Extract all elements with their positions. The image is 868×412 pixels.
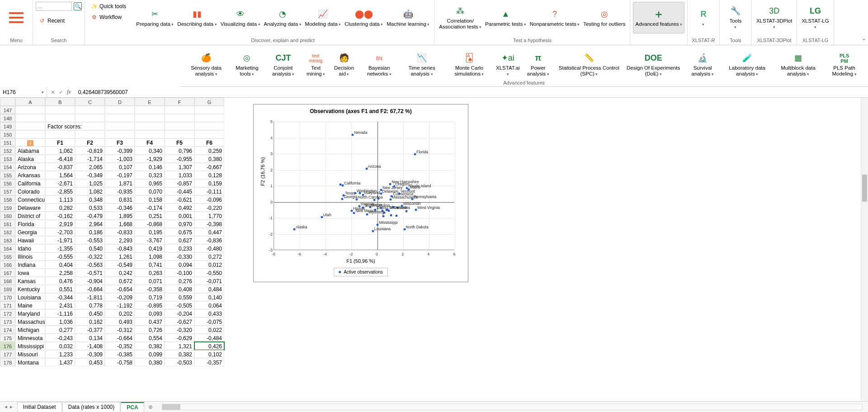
tab-prev-icon[interactable]: ◄ [4,404,8,409]
conjoint-button[interactable]: CJTConjoint analysis [264,47,302,82]
plot3d-group: 3DXLSTAT-3DPlot XLSTAT-3DPlot [752,0,797,45]
spc-button[interactable]: 📏Statistical Process Control (SPC) [555,47,623,82]
tab-data-rates[interactable]: Data (rates x 1000) [62,402,121,412]
decision-icon: 🧑 [338,52,350,64]
tab-next-icon[interactable]: ► [9,404,14,409]
monte-carlo-button[interactable]: 🂡Monte Carlo simulations [444,47,495,82]
search-group-label: Search [51,37,67,44]
cancel-icon[interactable]: ✕ [51,89,55,95]
correlation-button[interactable]: ⁂Correlation/ Association tests [437,2,483,33]
ml-icon: 🤖 [402,9,414,20]
clustering-data-button[interactable]: ⬤⬤Clustering data [343,2,385,33]
ai-icon: ✦ai [502,52,514,64]
nonparametric-button[interactable]: ?Nonparametric tests [528,2,581,33]
bayesian-button[interactable]: BNBayesian networks [359,47,400,82]
outliers-button[interactable]: ◎Testing for outliers [581,2,627,33]
discover-group: ✂Preparing data ▮▮Describing data 👁Visua… [132,0,434,45]
analyze-icon: ◔ [277,9,288,20]
name-box[interactable]: H176 ▾ [0,87,47,97]
blocks-icon: ▦ [792,52,804,64]
r-icon: R [698,9,709,20]
recent-button[interactable]: ↺ Recent [36,16,67,25]
tab-nav: ◄ ► [0,404,17,409]
analyzing-data-button[interactable]: ◔Analyzing data [262,2,303,33]
describing-data-button[interactable]: ▮▮Describing data [175,2,218,33]
text-mining-button[interactable]: textminingText mining [302,47,330,82]
multiblock-button[interactable]: ▦Multiblock data analysis [773,47,823,82]
machine-learning-button[interactable]: 🤖Machine learning [385,2,431,33]
recent-icon: ↺ [38,17,46,24]
xlstat-r-button[interactable]: R [690,2,717,33]
formula-bar: H176 ▾ ✕ ✓ fx 0,426408739560007 [0,87,868,98]
ribbon2-label: Advanced features [503,80,545,85]
menu-label: Menu [10,37,23,44]
plus-icon: ＋ [653,9,665,20]
modeling-data-button[interactable]: 📈Modeling data [303,2,343,33]
search-group: 🔍 ↺ Recent Search [33,0,85,45]
describe-icon: ▮▮ [191,9,203,20]
cjt-icon: CJT [277,52,289,64]
horizontal-scrollbar[interactable] [162,404,863,410]
legend-marker-icon [339,271,341,273]
chart-pca-scatter[interactable]: Observations (axes F1 and F2: 67,72 %) F… [253,104,468,282]
tab-initial-dataset[interactable]: Initial Dataset [17,402,62,412]
pls-icon: PLSPM [839,52,850,64]
quick-group: ✨ Quick tools ⚙ Workflow [85,0,132,45]
preparing-data-button[interactable]: ✂Preparing data [134,2,175,33]
add-tab-icon[interactable]: ⊕ [145,403,156,411]
model-icon: 📈 [317,9,329,20]
legend-label: Active observations [344,270,383,275]
plot3d-button[interactable]: 3DXLSTAT-3DPlot [755,2,794,33]
search-input[interactable] [36,2,72,11]
worksheet[interactable]: ABCDEFG147148149Factor scores:150151⇩F1F… [0,98,868,401]
ribbon-collapse-icon[interactable]: ⌄ [862,35,866,42]
microscope-icon: 🔬 [697,52,708,64]
hypothesis-group-label: Test a hypothesis [513,37,552,44]
survival-button[interactable]: 🔬Survival analysis [684,47,722,82]
tools-button[interactable]: 🔧Tools [722,2,749,33]
lg-button[interactable]: LGXLSTAT-LG [800,2,830,33]
quick-tools-button[interactable]: ✨ Quick tools [88,2,129,11]
corr-icon: ⁂ [454,5,466,17]
lab-button[interactable]: 🧪Laboratory data analysis [721,47,773,82]
lg-group: LGXLSTAT-LG XLSTAT-LG [797,0,834,45]
ribbon: Menu 🔍 ↺ Recent Search ✨ Quick tools ⚙ W… [0,0,868,45]
decision-button[interactable]: 🧑Decision aid [330,47,359,82]
visualizing-data-button[interactable]: 👁Visualizing data [219,2,262,33]
xlstat-r-group: R XLSTAT-R [688,0,720,45]
xlstat-r-label: XLSTAT-R [692,37,715,44]
advanced-features-button[interactable]: ＋Advanced features [633,2,684,33]
tab-pca[interactable]: PCA [121,402,144,412]
cube-icon: 3D [769,5,780,17]
accept-icon[interactable]: ✓ [59,89,63,95]
formula-value[interactable]: 0,426408739560007 [75,89,132,95]
chevron-down-icon: ▾ [42,90,44,95]
vertical-scrollbar[interactable] [861,98,868,401]
parametric-button[interactable]: ▲Parametric tests [483,2,528,33]
ts-icon: 📉 [416,52,428,64]
cards-icon: 🂡 [463,52,475,64]
xlstat-ai-button[interactable]: ✦aiXLSTAT.ai [495,47,521,82]
fx-icon[interactable]: fx [67,89,71,95]
workflow-icon: ⚙ [90,14,98,21]
lg-icon: LG [810,5,821,17]
pls-button[interactable]: PLSPMPLS Path Modeling [823,47,865,82]
workflow-button[interactable]: ⚙ Workflow [88,13,124,22]
sensory-button[interactable]: 🍊Sensory data analysis [183,47,230,82]
search-icon[interactable]: 🔍 [74,2,82,10]
menu-button[interactable] [3,2,30,33]
pi-icon: π [532,52,544,64]
chart-plot-area: AlaskaArizonaCaliforniaConnecticutDelawa… [274,122,454,250]
ribbon-advanced-row: 🍊Sensory data analysis ◎Marketing tools … [180,45,868,87]
doe-button[interactable]: DOEDesign Of Experiments (DoE) [623,47,684,82]
nonparam-icon: ? [549,9,561,20]
marketing-button[interactable]: ◎Marketing tools [230,47,264,82]
flask-icon: 🧪 [741,52,753,64]
chart-title: Observations (axes F1 and F2: 67,72 %) [254,104,468,116]
power-button[interactable]: πPower analysis [521,47,555,82]
plot3d-label: XLSTAT-3DPlot [757,37,792,44]
text-icon: textmining [310,52,322,64]
eye-icon: 👁 [235,9,246,20]
sheet-tabs: ◄ ► Initial Dataset Data (rates x 1000) … [0,401,868,412]
time-series-button[interactable]: 📉Time series analysis [400,47,443,82]
